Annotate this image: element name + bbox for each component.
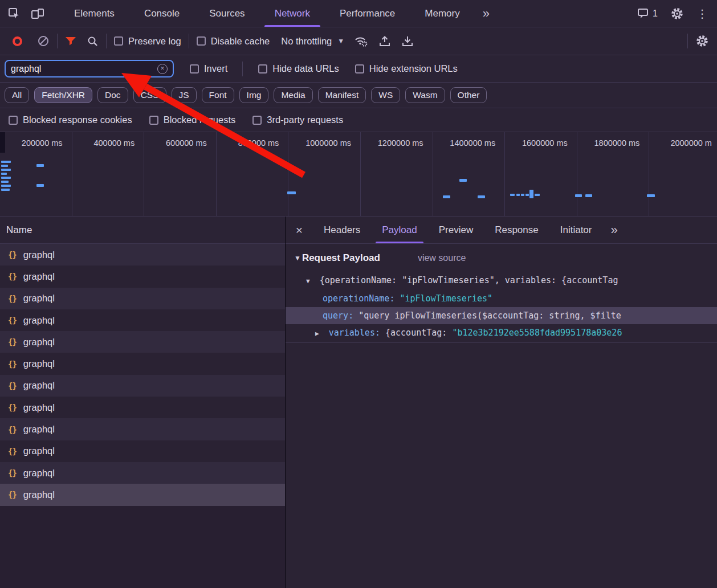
settings-gear-icon[interactable] [670, 7, 684, 21]
type-filter-pill[interactable]: CSS [133, 87, 166, 103]
hide-extension-urls-toggle[interactable]: Hide extension URLs [355, 63, 458, 74]
filter-funnel-icon[interactable] [65, 36, 76, 46]
main-tab[interactable]: Sources [194, 0, 259, 27]
hide-data-urls-toggle[interactable]: Hide data URLs [258, 63, 339, 74]
request-row[interactable]: {} graphql [0, 266, 285, 287]
filter-input-box[interactable]: × [5, 60, 174, 77]
request-row[interactable]: {} graphql [0, 484, 285, 505]
import-har-icon[interactable] [378, 35, 391, 47]
main-tab[interactable]: Memory [410, 0, 474, 27]
detail-tab[interactable]: Preview [428, 217, 484, 243]
type-filter-pill[interactable]: JS [172, 87, 197, 103]
property-key: operationName: [323, 293, 400, 304]
detail-tab[interactable]: Payload [371, 217, 427, 243]
detail-tab[interactable]: Response [484, 217, 549, 243]
name-column-header[interactable]: Name [0, 217, 285, 244]
network-settings-gear-icon[interactable] [695, 34, 709, 48]
request-row[interactable]: {} graphql [0, 397, 285, 418]
view-source-link[interactable]: view source [418, 253, 466, 263]
devtools-window: Elements Console Sources Network Perform… [0, 0, 717, 588]
option-label: Blocked requests [164, 115, 236, 125]
json-braces-icon: {} [8, 294, 17, 303]
device-toolbar-icon[interactable] [31, 7, 44, 20]
collapse-triangle-icon[interactable]: ▼ [294, 254, 301, 262]
inspect-element-icon[interactable] [8, 7, 21, 20]
request-row[interactable]: {} graphql [0, 462, 285, 484]
waterfall-mark [287, 191, 296, 194]
option-toggle[interactable]: Blocked requests [149, 115, 236, 125]
timeline-cell: 2000000 m [649, 132, 717, 216]
type-filter-pill[interactable]: Font [202, 87, 234, 103]
clear-filter-icon[interactable]: × [157, 64, 168, 74]
detail-tab[interactable]: Initiator [549, 217, 603, 243]
request-row[interactable]: {} graphql [0, 418, 285, 440]
filter-input[interactable] [11, 64, 157, 74]
main-tab[interactable]: Console [129, 0, 194, 27]
network-overview-timeline[interactable]: 200000 ms 400000 ms 600000 ms 800000 ms … [0, 132, 717, 217]
timeline-scroll-handle[interactable] [0, 132, 5, 153]
more-tabs-icon[interactable]: » [475, 6, 497, 21]
disable-cache-toggle[interactable]: Disable cache [197, 36, 270, 47]
hide-data-urls-checkbox[interactable] [258, 64, 267, 74]
record-button[interactable] [13, 36, 22, 46]
request-row[interactable]: {} graphql [0, 375, 285, 397]
property-value-prefix: {accountTag: [385, 328, 452, 338]
type-filter-pill[interactable]: Doc [97, 87, 128, 103]
preserve-log-checkbox[interactable] [114, 36, 123, 46]
search-icon[interactable] [87, 35, 99, 47]
type-filter-pill[interactable]: WS [371, 87, 400, 103]
preserve-log-label: Preserve log [128, 36, 181, 47]
option-checkbox[interactable] [149, 116, 158, 125]
payload-property-line[interactable]: operationName: "ipFlowTimeseries" [286, 290, 717, 307]
hide-extension-urls-checkbox[interactable] [355, 64, 364, 74]
disable-cache-checkbox[interactable] [197, 36, 206, 46]
invert-checkbox[interactable] [190, 64, 199, 74]
type-filter-pill[interactable]: Fetch/XHR [34, 87, 92, 103]
request-row[interactable]: {} graphql [0, 288, 285, 309]
more-detail-tabs-icon[interactable]: » [602, 223, 625, 238]
expand-triangle-icon[interactable]: ▶ [315, 330, 319, 337]
type-filter-label: Wasm [413, 90, 437, 100]
waterfall-mark [529, 190, 533, 198]
network-conditions-icon[interactable] [355, 35, 368, 47]
main-tab[interactable]: Performance [325, 0, 410, 27]
type-filter-pill[interactable]: Wasm [405, 87, 445, 103]
issues-indicator[interactable]: 1 [637, 8, 658, 19]
close-detail-icon[interactable]: × [286, 223, 313, 237]
main-tab[interactable]: Elements [59, 0, 129, 27]
export-har-icon[interactable] [401, 35, 414, 47]
payload-view: ▼ Request Payload view source ▼ {operati… [286, 244, 717, 588]
payload-property-line-selected[interactable]: query: "query ipFlowTimeseries($accountT… [286, 307, 717, 324]
request-row[interactable]: {} graphql [0, 309, 285, 331]
preserve-log-toggle[interactable]: Preserve log [114, 36, 181, 47]
kebab-menu-icon[interactable]: ⋮ [696, 7, 708, 21]
request-row[interactable]: {} graphql [0, 331, 285, 353]
payload-root-line[interactable]: ▼ {operationName: "ipFlowTimeseries", va… [286, 272, 717, 290]
timeline-cell: 200000 ms [0, 132, 72, 216]
option-checkbox[interactable] [252, 116, 262, 125]
type-filter-pill[interactable]: Other [450, 87, 487, 103]
option-checkbox[interactable] [9, 116, 18, 125]
throttling-value: No throttling [281, 36, 332, 47]
payload-property-line[interactable]: ▶ variables: {accountTag: "b12e3b2192ee5… [286, 324, 717, 342]
request-row[interactable]: {} graphql [0, 244, 285, 266]
timeline-tick-label: 2000000 m [670, 138, 712, 148]
request-row[interactable]: {} graphql [0, 353, 285, 374]
request-row[interactable]: {} graphql [0, 440, 285, 462]
property-key: query: [323, 311, 358, 321]
detail-tab[interactable]: Headers [313, 217, 371, 243]
type-filter-pill[interactable]: All [5, 87, 29, 103]
throttling-select[interactable]: No throttling ▼ [281, 36, 344, 47]
invert-toggle[interactable]: Invert [190, 63, 227, 74]
clear-network-log-icon[interactable] [37, 35, 50, 47]
option-toggle[interactable]: Blocked response cookies [9, 115, 132, 125]
timeline-cell: 600000 ms [144, 132, 217, 216]
collapse-triangle-icon[interactable]: ▼ [306, 277, 310, 285]
type-filter-pill[interactable]: Media [274, 87, 312, 103]
json-braces-icon: {} [8, 447, 17, 456]
main-tab[interactable]: Network [260, 0, 325, 27]
option-toggle[interactable]: 3rd-party requests [252, 115, 343, 125]
type-filter-label: Font [209, 90, 227, 100]
type-filter-pill[interactable]: Manifest [318, 87, 366, 103]
type-filter-pill[interactable]: Img [239, 87, 269, 103]
